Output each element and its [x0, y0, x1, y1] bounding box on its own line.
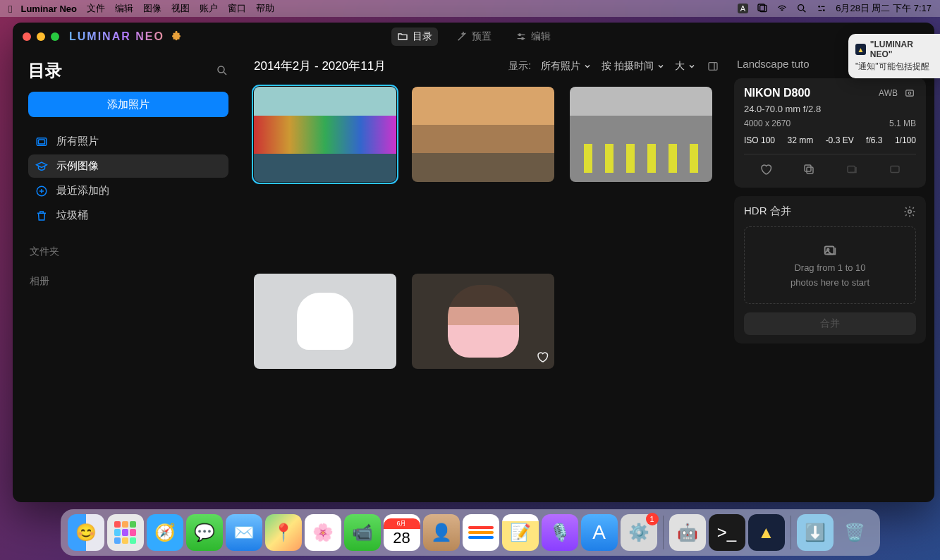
- system-notification[interactable]: ▲"LUMINAR NEO" "通知"可能包括提醒: [848, 34, 940, 78]
- sidebar-item-sample-images[interactable]: 示例图像: [28, 154, 228, 178]
- exif-aperture: f/6.3: [866, 135, 882, 145]
- size-dropdown[interactable]: 大: [675, 60, 696, 73]
- dock-appstore-icon[interactable]: A: [581, 514, 618, 551]
- spotlight-icon[interactable]: [796, 3, 807, 14]
- notif-body: "通知"可能包括提醒: [855, 61, 933, 73]
- window-close-button[interactable]: [23, 32, 31, 41]
- exif-focal: 32 mm: [787, 135, 813, 145]
- control-center-icon[interactable]: [816, 3, 827, 14]
- sidebar-item-all-photos[interactable]: 所有照片: [28, 130, 228, 153]
- stack-button[interactable]: [841, 162, 862, 179]
- chevron-down-icon: [688, 62, 696, 71]
- sidebar-item-label: 示例图像: [56, 159, 99, 173]
- search-icon[interactable]: [216, 64, 228, 77]
- apple-menu-icon[interactable]: : [8, 3, 12, 15]
- favorite-button[interactable]: [755, 162, 776, 179]
- dock-notes-icon[interactable]: 📝: [502, 514, 539, 551]
- dock-finder-icon[interactable]: 😊: [68, 514, 104, 551]
- window-minimize-button[interactable]: [37, 32, 45, 41]
- menu-account[interactable]: 账户: [200, 2, 218, 15]
- svg-rect-7: [819, 10, 822, 11]
- sidebar-section-folders[interactable]: 文件夹: [28, 245, 228, 258]
- dock-trash-icon[interactable]: 🗑️: [836, 514, 873, 551]
- hdr-card: HDR 合并 Drag from 1 to 10 photos here to …: [734, 196, 926, 343]
- dock-settings-icon[interactable]: ⚙️1: [621, 514, 657, 551]
- tab-presets[interactable]: 预置: [451, 28, 497, 46]
- app-name[interactable]: Luminar Neo: [20, 4, 76, 14]
- menu-help[interactable]: 帮助: [256, 2, 274, 15]
- sidebar-item-trash[interactable]: 垃圾桶: [28, 204, 228, 227]
- sidebar-item-label: 最近添加的: [56, 184, 109, 197]
- traffic-lights: [23, 32, 59, 41]
- photo-thumb[interactable]: [412, 87, 554, 182]
- menu-view[interactable]: 视图: [171, 2, 190, 15]
- sidebar-item-recent[interactable]: 最近添加的: [28, 179, 228, 202]
- dock-automator-icon[interactable]: 🤖: [669, 514, 706, 551]
- sliders-icon: [515, 31, 527, 42]
- folder-icon: [397, 31, 408, 42]
- notif-app-icon: ▲: [855, 44, 866, 55]
- wifi-icon[interactable]: [776, 3, 788, 14]
- metering-icon: [903, 88, 916, 98]
- dock-maps-icon[interactable]: 📍: [265, 514, 302, 551]
- photo-thumb[interactable]: [254, 274, 396, 369]
- exif-row: ISO 100 32 mm -0.3 EV f/6.3 1/100: [744, 135, 916, 145]
- svg-point-22: [908, 92, 911, 95]
- dock-contacts-icon[interactable]: 👤: [423, 514, 460, 551]
- hdr-title: HDR 合并: [744, 205, 791, 218]
- dock-podcasts-icon[interactable]: 🎙️: [542, 514, 578, 551]
- tab-edit[interactable]: 编辑: [510, 28, 556, 46]
- menu-edit[interactable]: 编辑: [115, 2, 133, 15]
- gear-icon[interactable]: [903, 205, 916, 218]
- panel-title: Landscape tuto: [737, 58, 810, 70]
- panel-toggle-icon[interactable]: [706, 61, 720, 72]
- dock-messages-icon[interactable]: 💬: [186, 514, 223, 551]
- dock-facetime-icon[interactable]: 📹: [344, 514, 381, 551]
- size-value: 大: [675, 60, 685, 73]
- photo-thumb[interactable]: [254, 87, 396, 182]
- svg-point-2: [798, 5, 804, 11]
- heart-icon[interactable]: [536, 351, 549, 363]
- copy-button[interactable]: [798, 162, 819, 179]
- hdr-merge-button[interactable]: 合并: [744, 312, 916, 335]
- dock-safari-icon[interactable]: 🧭: [147, 514, 183, 551]
- dock-reminders-icon[interactable]: [463, 514, 499, 551]
- filter-photos-dropdown[interactable]: 所有照片: [541, 60, 592, 73]
- sort-dropdown[interactable]: 按 拍摄时间: [602, 60, 665, 73]
- dock-downloads-icon[interactable]: ⬇️: [797, 514, 834, 551]
- svg-rect-23: [807, 167, 813, 174]
- menu-image[interactable]: 图像: [143, 2, 161, 15]
- input-source-icon[interactable]: A: [738, 4, 748, 13]
- dock-luminar-icon[interactable]: ▲: [748, 514, 785, 551]
- dock-launchpad-icon[interactable]: [107, 514, 144, 551]
- stage-manager-icon[interactable]: [757, 3, 768, 14]
- extensions-icon[interactable]: [170, 30, 183, 43]
- photo-grid: [254, 87, 720, 369]
- chevron-down-icon: [657, 62, 665, 71]
- browse-button[interactable]: [884, 162, 905, 179]
- dock-photos-icon[interactable]: 🌸: [305, 514, 341, 551]
- dock-separator: [663, 516, 664, 549]
- plus-circle-icon: [35, 185, 48, 197]
- dock-calendar-icon[interactable]: 6月28: [384, 514, 420, 551]
- svg-rect-19: [709, 62, 717, 70]
- hdr-hint-line1: Drag from 1 to 10: [794, 262, 865, 273]
- sort-value: 按 拍摄时间: [602, 60, 654, 73]
- images-icon: [822, 243, 838, 258]
- dock-mail-icon[interactable]: ✉️: [226, 514, 262, 551]
- sidebar-section-albums[interactable]: 相册: [28, 275, 228, 288]
- add-photos-button[interactable]: 添加照片: [28, 92, 228, 117]
- info-card: NIKON D800 AWB 24.0-70.0 mm f/2.8 4000 x…: [734, 78, 926, 188]
- window-zoom-button[interactable]: [51, 32, 59, 41]
- right-panel: Landscape tuto 10 NIKON D800 AWB 24.0-70…: [730, 51, 934, 502]
- svg-rect-24: [805, 165, 811, 171]
- photo-thumb[interactable]: [412, 274, 554, 369]
- menu-file[interactable]: 文件: [87, 2, 105, 15]
- menu-window[interactable]: 窗口: [228, 2, 246, 15]
- tab-catalog[interactable]: 目录: [391, 28, 438, 46]
- menubar-datetime[interactable]: 6月28日 周二 下午 7:17: [836, 2, 932, 15]
- dock-terminal-icon[interactable]: >_: [709, 514, 745, 551]
- photo-thumb[interactable]: [570, 87, 712, 182]
- macos-menubar:  Luminar Neo 文件 编辑 图像 视图 账户 窗口 帮助 A 6月2…: [0, 0, 940, 17]
- hdr-dropzone[interactable]: Drag from 1 to 10 photos here to start: [744, 226, 916, 304]
